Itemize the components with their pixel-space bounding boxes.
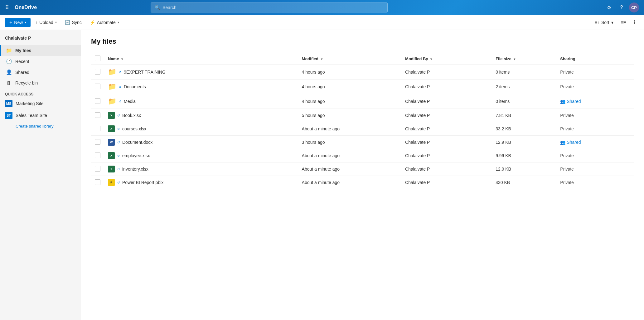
- sync-status-icon: ↺: [117, 127, 120, 131]
- file-name-cell: W ↺ Document.docx: [104, 136, 298, 149]
- sharing-cell: Private: [556, 149, 634, 162]
- sidebar-item-recycle-bin[interactable]: 🗑 Recycle bin: [0, 78, 81, 88]
- file-size-cell: 12.0 KB: [492, 162, 556, 176]
- xlsx-icon: X: [108, 125, 115, 132]
- share-people-icon: 👥: [560, 99, 565, 104]
- col-modified-header[interactable]: Modified ▾: [298, 53, 402, 65]
- row-checkbox[interactable]: [95, 69, 100, 75]
- file-name-text[interactable]: 9EXPERT TRAINING: [124, 70, 166, 75]
- sharing-cell: Private: [556, 122, 634, 136]
- sharing-cell: 👥 Shared: [556, 94, 634, 109]
- chevron-down-icon: ▾: [611, 20, 613, 25]
- col-checkbox-header: [91, 53, 104, 65]
- row-checkbox[interactable]: [95, 139, 100, 145]
- modified-cell: 4 hours ago: [298, 94, 402, 109]
- modified-cell: 3 hours ago: [298, 136, 402, 149]
- file-name-cell: P ↺ Power BI Report.pbix: [104, 176, 298, 189]
- sidebar-item-recent[interactable]: 🕐 Recent: [0, 56, 81, 67]
- upload-label: Upload: [39, 20, 53, 25]
- sync-button[interactable]: 🔄 Sync: [61, 18, 85, 27]
- xlsx-icon: X: [108, 112, 115, 119]
- col-name-header[interactable]: Name ▾: [104, 53, 298, 65]
- sidebar-item-shared[interactable]: 👤 Shared: [0, 67, 81, 78]
- table-row: W ↺ Document.docx 3 hours agoChalaivate …: [91, 136, 634, 149]
- sync-status-icon: ↺: [119, 100, 121, 103]
- chevron-down-icon: ▾: [118, 21, 119, 24]
- sidebar-item-label: Recycle bin: [15, 80, 38, 85]
- new-button[interactable]: + New ▾: [5, 18, 31, 27]
- sidebar-item-sales-team-site[interactable]: ST Sales Team Site: [0, 109, 81, 121]
- upload-button[interactable]: ↑ Upload ▾: [32, 18, 60, 27]
- file-name-text[interactable]: Book.xlsx: [122, 113, 141, 118]
- settings-icon[interactable]: ⚙: [604, 2, 614, 12]
- sharing-private-badge: Private: [560, 70, 574, 75]
- row-checkbox[interactable]: [95, 179, 100, 185]
- row-checkbox[interactable]: [95, 84, 100, 89]
- col-modifiedby-header[interactable]: Modified By ▾: [401, 53, 492, 65]
- file-size-cell: 2 items: [492, 80, 556, 94]
- sidebar: Chalaivate P 📁 My files 🕐 Recent 👤 Share…: [0, 30, 81, 320]
- page-title: My files: [91, 37, 634, 46]
- modified-by-cell: Chalaivate P: [401, 149, 492, 162]
- file-name-cell: X ↺ employee.xlsx: [104, 149, 298, 162]
- table-row: X ↺ Book.xlsx 5 hours agoChalaivate P7.8…: [91, 109, 634, 122]
- modified-cell: 5 hours ago: [298, 109, 402, 122]
- table-row: 📁 ↺ 9EXPERT TRAINING 4 hours agoChalaiva…: [91, 65, 634, 80]
- view-options-button[interactable]: ≡ ▾: [618, 17, 629, 27]
- toolbar-right: ≡↑ Sort ▾ ≡ ▾ ℹ: [591, 17, 639, 27]
- row-checkbox[interactable]: [95, 166, 100, 172]
- sharing-private-badge: Private: [560, 153, 574, 158]
- file-table: Name ▾ Modified ▾ Modified By ▾ File siz…: [91, 53, 634, 189]
- pbix-icon: P: [108, 179, 115, 186]
- select-all-checkbox[interactable]: [95, 56, 100, 61]
- row-checkbox[interactable]: [95, 112, 100, 118]
- file-name-text[interactable]: inventory.xlsx: [122, 167, 148, 172]
- create-shared-library-link[interactable]: Create shared library: [0, 121, 81, 131]
- file-name-text[interactable]: Power BI Report.pbix: [122, 180, 163, 185]
- row-checkbox[interactable]: [95, 126, 100, 131]
- automate-label: Automate: [97, 20, 116, 25]
- file-size-cell: 430 KB: [492, 176, 556, 189]
- file-name-text[interactable]: courses.xlsx: [122, 126, 146, 131]
- info-button[interactable]: ℹ: [630, 18, 639, 27]
- sharing-cell: Private: [556, 109, 634, 122]
- waffle-icon[interactable]: ⠿: [5, 4, 9, 11]
- search-bar[interactable]: 🔍: [151, 2, 388, 12]
- modified-by-cell: Chalaivate P: [401, 162, 492, 176]
- sales-team-site-icon: ST: [5, 112, 12, 119]
- file-size-cell: 7.81 KB: [492, 109, 556, 122]
- row-checkbox[interactable]: [95, 98, 100, 104]
- file-name-text[interactable]: employee.xlsx: [122, 153, 150, 158]
- automate-button[interactable]: ⚡ Automate ▾: [86, 18, 123, 27]
- sort-button[interactable]: ≡↑ Sort ▾: [591, 18, 617, 27]
- modified-by-cell: Chalaivate P: [401, 65, 492, 80]
- search-input[interactable]: [162, 5, 384, 10]
- col-filesize-header[interactable]: File size ▾: [492, 53, 556, 65]
- row-checkbox-cell: [91, 94, 104, 109]
- row-checkbox[interactable]: [95, 153, 100, 158]
- clock-icon: 🕐: [6, 58, 12, 64]
- user-avatar[interactable]: CP: [629, 2, 639, 12]
- file-name-text[interactable]: Documents: [124, 84, 146, 89]
- new-label: New: [14, 20, 23, 25]
- file-name-text[interactable]: Media: [124, 99, 136, 104]
- modified-by-cell: Chalaivate P: [401, 80, 492, 94]
- row-checkbox-cell: [91, 136, 104, 149]
- modified-by-cell: Chalaivate P: [401, 176, 492, 189]
- sort-arrow-icon: ▾: [121, 57, 123, 61]
- sidebar-item-my-files[interactable]: 📁 My files: [0, 45, 81, 56]
- sharing-private-badge: Private: [560, 167, 574, 172]
- sidebar-item-marketing-site[interactable]: MS Marketing Site: [0, 98, 81, 109]
- file-name-text[interactable]: Document.docx: [122, 140, 153, 145]
- sharing-col-label: Sharing: [560, 56, 575, 61]
- help-icon[interactable]: ?: [617, 2, 627, 12]
- upload-icon: ↑: [35, 20, 37, 25]
- xlsx-icon: X: [108, 152, 115, 159]
- search-icon: 🔍: [155, 5, 160, 10]
- sync-status-icon: ↺: [117, 181, 120, 184]
- file-name-cell: 📁 ↺ Media: [104, 94, 298, 109]
- sharing-shared-badge: 👥 Shared: [560, 140, 630, 145]
- sharing-private-badge: Private: [560, 126, 574, 131]
- table-row: X ↺ employee.xlsx About a minute agoChal…: [91, 149, 634, 162]
- chevron-down-icon: ▾: [25, 21, 26, 24]
